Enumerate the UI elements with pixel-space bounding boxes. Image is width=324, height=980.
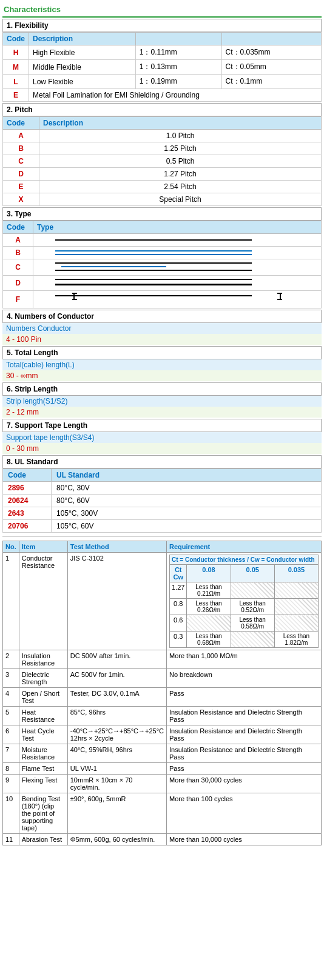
test-col-item: Item bbox=[19, 541, 67, 553]
support-tape-title: 7. Support Tape Length bbox=[2, 419, 322, 432]
type-f-main-line bbox=[55, 295, 252, 296]
type-f-connector2h bbox=[277, 293, 282, 294]
support-tape-value: 0 - 30 mm bbox=[2, 443, 322, 454]
strip-length-label: Strip length(S1/S2) bbox=[2, 396, 322, 407]
test-row-conductor-resistance: 1 Conductor Resistance JIS C-3102 Ct = C… bbox=[3, 553, 322, 650]
table-row: F bbox=[3, 291, 322, 308]
table-row: B bbox=[3, 247, 322, 259]
table-row: XSpecial Pitch bbox=[3, 193, 322, 206]
type-c-line3 bbox=[55, 270, 252, 271]
test-row: 7 Moisture Resistance 40°C, 95%RH, 96hrs… bbox=[3, 744, 322, 763]
type-a-line bbox=[55, 239, 252, 241]
test-row: 10 Bending Test (180°) (clip the point o… bbox=[3, 793, 322, 834]
table-row: M Middle Flexible 1：0.13mm Ct：0.05mm bbox=[3, 60, 322, 75]
type-d-line2 bbox=[55, 284, 252, 285]
pitch-col-code: Code bbox=[3, 117, 39, 130]
table-row: D bbox=[3, 276, 322, 291]
table-row: 2643105°C, 300V bbox=[3, 507, 322, 520]
type-c-line2 bbox=[61, 266, 166, 267]
table-row: C bbox=[3, 259, 322, 276]
table-row: 20706105°C, 60V bbox=[3, 520, 322, 533]
pitch-col-desc: Description bbox=[39, 117, 322, 130]
table-row: D1.27 Pitch bbox=[3, 168, 322, 181]
type-c-line1 bbox=[55, 262, 252, 264]
main-container: Characteristics 1. Flexibility Code Desc… bbox=[0, 0, 324, 848]
section-numbers-conductor: 4. Numbers of Conductor Numbers Conducto… bbox=[2, 310, 322, 345]
type-col-type: Type bbox=[33, 221, 322, 234]
ul-standard-title: 8. UL Standard bbox=[2, 455, 322, 468]
test-row: 3 Dielectric Strength AC 500V for 1min. … bbox=[3, 669, 322, 688]
test-row: 4 Open / Short Test Tester, DC 3.0V, 0.1… bbox=[3, 688, 322, 707]
inner-col-cw: Ct Cw bbox=[169, 565, 186, 582]
inner-table-row: 1.27 Less than 0.21Ω/m bbox=[169, 582, 318, 599]
support-tape-label: Support tape length(S3/S4) bbox=[2, 432, 322, 443]
type-a-diagram bbox=[55, 237, 317, 243]
table-row: H High Flexible 1：0.11mm Ct：0.035mm bbox=[3, 45, 322, 60]
type-d-line1 bbox=[55, 279, 252, 280]
pitch-table: Code Description A1.0 Pitch B1.25 Pitch … bbox=[2, 116, 322, 206]
section-strip-length: 6. Strip Length Strip length(S1/S2) 2 - … bbox=[2, 382, 322, 418]
test-row: 6 Heat Cycle Test -40°C→+25°C→+85°C→+25°… bbox=[3, 725, 322, 744]
test-row: 2 Insulation Resistance DC 500V after 1m… bbox=[3, 650, 322, 669]
test-col-requirement: Requirement bbox=[166, 541, 321, 553]
type-b-line1 bbox=[55, 250, 252, 252]
test-col-no: No. bbox=[3, 541, 19, 553]
section-total-length: 5. Total Length Total(cable) length(L) 3… bbox=[2, 346, 322, 381]
table-row: A1.0 Pitch bbox=[3, 130, 322, 142]
total-length-title: 5. Total Length bbox=[2, 346, 322, 359]
table-row: 2062480°C, 60V bbox=[3, 495, 322, 507]
flexibility-table: Code Description H High Flexible 1：0.11m… bbox=[2, 32, 322, 102]
table-row: L Low Flexible 1：0.19mm Ct：0.1mm bbox=[3, 75, 322, 89]
table-row: B1.25 Pitch bbox=[3, 142, 322, 155]
inner-table-row: 0.3 Less than 0.68Ω/m Less than 1.82Ω/m bbox=[169, 632, 318, 648]
test-row: 8 Flame Test UL VW-1 Pass bbox=[3, 763, 322, 775]
section-flexibility: 1. Flexibility Code Description H High F… bbox=[2, 19, 322, 102]
flexibility-col-val1 bbox=[135, 33, 221, 45]
ul-col-ul: UL Standard bbox=[52, 469, 322, 482]
strip-length-value: 2 - 12 mm bbox=[2, 407, 322, 418]
numbers-conductor-title: 4. Numbers of Conductor bbox=[2, 310, 322, 323]
flexibility-col-code: Code bbox=[3, 33, 29, 45]
ul-col-code: Code bbox=[3, 469, 52, 482]
section-ul-standard: 8. UL Standard Code UL Standard 289680°C… bbox=[2, 455, 322, 533]
flexibility-title: 1. Flexibility bbox=[2, 19, 322, 32]
test-table: No. Item Test Method Requirement 1 Condu… bbox=[2, 541, 322, 845]
flexibility-col-val2 bbox=[221, 33, 321, 45]
type-col-code: Code bbox=[3, 221, 33, 234]
section-divider bbox=[2, 536, 322, 537]
section-pitch: 2. Pitch Code Description A1.0 Pitch B1.… bbox=[2, 103, 322, 206]
test-row: 9 Flexing Test 10mmR × 10cm × 70 cycle/m… bbox=[3, 775, 322, 793]
conductor-resistance-inner-table: Ct = Conductor thickness / Cw = Conducto… bbox=[169, 555, 319, 648]
type-table: Code Type A B bbox=[2, 221, 322, 308]
type-title: 3. Type bbox=[2, 207, 322, 221]
test-row: 11 Abrasion Test Φ5mm, 600g, 60 cycles/m… bbox=[3, 834, 322, 845]
table-row: C0.5 Pitch bbox=[3, 155, 322, 168]
section-type: 3. Type Code Type A bbox=[2, 207, 322, 308]
table-row: 289680°C, 30V bbox=[3, 482, 322, 495]
type-f-connector1b bbox=[72, 299, 77, 300]
pitch-title: 2. Pitch bbox=[2, 103, 322, 116]
flexibility-col-desc: Description bbox=[29, 33, 136, 45]
total-length-value: 30 - ∞mm bbox=[2, 370, 322, 381]
test-row: 5 Heat Resistance 85°C, 96hrs Insulation… bbox=[3, 707, 322, 725]
inner-table-row: 0.8 Less than 0.26Ω/m Less than 0.52Ω/m bbox=[169, 599, 318, 615]
type-d-diagram bbox=[55, 278, 317, 288]
type-f-diagram bbox=[55, 293, 317, 306]
table-row: E Metal Foil Lamination for EMI Shieldin… bbox=[3, 89, 322, 102]
total-length-label: Total(cable) length(L) bbox=[2, 359, 322, 370]
inner-table-row: 0.6 Less than 0.58Ω/m bbox=[169, 615, 318, 632]
type-b-line2 bbox=[55, 254, 252, 255]
characteristics-header: Characteristics bbox=[2, 2, 322, 18]
numbers-conductor-label: Numbers Conductor bbox=[2, 323, 322, 334]
type-f-connector2b bbox=[277, 299, 282, 300]
test-col-method: Test Method bbox=[67, 541, 166, 553]
strip-length-title: 6. Strip Length bbox=[2, 382, 322, 396]
table-row: A bbox=[3, 234, 322, 247]
type-c-diagram bbox=[55, 261, 317, 273]
numbers-conductor-value: 4 - 100 Pin bbox=[2, 334, 322, 345]
section-support-tape: 7. Support Tape Length Support tape leng… bbox=[2, 419, 322, 454]
type-f-connector1h bbox=[72, 293, 77, 294]
type-b-diagram bbox=[55, 250, 317, 256]
table-row: E2.54 Pitch bbox=[3, 181, 322, 193]
ul-table: Code UL Standard 289680°C, 30V 2062480°C… bbox=[2, 468, 322, 533]
